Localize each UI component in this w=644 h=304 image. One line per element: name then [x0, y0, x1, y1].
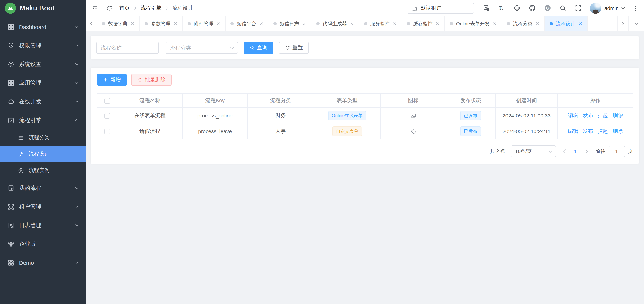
close-icon[interactable]: [216, 22, 220, 26]
close-icon[interactable]: [393, 22, 397, 26]
close-icon[interactable]: [174, 22, 178, 26]
username[interactable]: admin: [604, 5, 619, 11]
next-page-icon[interactable]: [584, 148, 589, 154]
tab-online-form-dev[interactable]: Online表单开发: [445, 16, 502, 31]
table-card: 新增 批量删除 流程名称: [90, 68, 639, 164]
sidebar-item-log-management[interactable]: 日志管理: [0, 216, 86, 234]
process-category-select[interactable]: [166, 42, 238, 54]
column-process-category: 流程分类: [248, 94, 314, 108]
close-icon[interactable]: [130, 22, 134, 26]
tab-process-category[interactable]: 流程分类: [502, 16, 544, 31]
globe-icon[interactable]: [514, 4, 520, 12]
tab-parameter-management[interactable]: 参数管理: [140, 16, 183, 31]
suspend-link[interactable]: 挂起: [598, 128, 608, 134]
tabs-dropdown[interactable]: [628, 16, 644, 31]
chevron-down-icon[interactable]: [621, 6, 625, 10]
tabs: 数据字典 参数管理 附件管理 短信平台 短信日志 代码生成器 服务监控 缓存监控…: [97, 16, 588, 31]
sidebar-item-online-dev[interactable]: 在线开发: [0, 92, 86, 111]
tabs-scroll-left[interactable]: [86, 16, 97, 31]
github-icon[interactable]: [529, 4, 536, 12]
tab-data-dictionary[interactable]: 数据字典: [97, 16, 140, 31]
close-icon[interactable]: [302, 22, 306, 26]
edit-link[interactable]: 编辑: [568, 128, 578, 134]
fullscreen-icon[interactable]: [575, 4, 582, 12]
tab-sms-log[interactable]: 短信日志: [268, 16, 311, 31]
column-process-key: 流程Key: [182, 94, 248, 108]
chevron-down-icon: [230, 45, 234, 50]
breadcrumb-home[interactable]: 首页: [119, 5, 130, 12]
user-avatar[interactable]: [590, 2, 601, 14]
close-icon[interactable]: [436, 22, 440, 26]
sidebar-item-tenant-management[interactable]: 租户管理: [0, 197, 86, 216]
chevron-down-icon: [74, 186, 79, 190]
search-icon[interactable]: [559, 4, 566, 12]
add-button[interactable]: 新增: [97, 74, 127, 86]
tab-code-generator[interactable]: 代码生成器: [311, 16, 359, 31]
font-size-icon[interactable]: Tt: [498, 4, 505, 12]
tab-dot: [316, 22, 320, 25]
tab-attachment-management[interactable]: 附件管理: [183, 16, 226, 31]
sidebar-item-my-workflow[interactable]: 我的流程: [0, 179, 86, 197]
delete-link[interactable]: 删除: [612, 112, 623, 118]
breadcrumb-workflow-engine[interactable]: 流程引擎: [140, 5, 162, 12]
tab-dot: [364, 22, 367, 25]
header-actions: 默认租户 Tt G admin: [408, 2, 639, 14]
edit-link[interactable]: 编辑: [568, 112, 578, 118]
delete-link[interactable]: 删除: [612, 128, 623, 134]
table-header-row: 流程名称 流程Key 流程分类 表单类型 图标 发布状态 创建时间 操作: [97, 94, 633, 108]
cell-process-key: process_leave: [182, 123, 248, 139]
sidebar-item-system-settings[interactable]: 系统设置: [0, 55, 86, 74]
tenant-select[interactable]: 默认租户: [408, 2, 474, 14]
search-button[interactable]: 查询: [244, 42, 273, 54]
row-checkbox[interactable]: [104, 113, 110, 118]
app-title: Maku Boot: [20, 4, 55, 12]
select-all-checkbox[interactable]: [104, 98, 110, 104]
translate-icon[interactable]: [483, 4, 490, 12]
publish-link[interactable]: 发布: [583, 112, 593, 118]
sidebar-item-dashboard[interactable]: Dashboard: [0, 18, 86, 36]
reset-button[interactable]: 重置: [279, 42, 309, 54]
shield-check-icon: [8, 42, 14, 49]
suspend-link[interactable]: 挂起: [598, 112, 608, 118]
chevron-up-icon: [74, 118, 79, 122]
sidebar-item-enterprise[interactable]: 企业版: [0, 234, 86, 253]
tab-process-design[interactable]: 流程设计: [544, 16, 588, 31]
sidebar-item-process-design[interactable]: 流程设计: [0, 146, 86, 162]
sidebar-item-demo[interactable]: Demo: [0, 253, 86, 272]
chevron-down-icon: [548, 149, 552, 154]
chevron-right-icon: [165, 6, 169, 10]
process-category-input[interactable]: [166, 42, 230, 53]
sidebar-item-workflow-engine[interactable]: 流程引擎: [0, 111, 86, 130]
gitee-icon[interactable]: G: [544, 4, 551, 12]
close-icon[interactable]: [535, 22, 540, 26]
sidebar-item-process-category[interactable]: 流程分类: [0, 130, 86, 146]
publish-link[interactable]: 发布: [583, 128, 593, 134]
app-logo[interactable]: Maku Boot: [0, 0, 86, 16]
tab-sms-platform[interactable]: 短信平台: [226, 16, 268, 31]
process-name-input[interactable]: [96, 42, 158, 53]
cell-process-category: 财务: [248, 108, 314, 123]
page-size-select[interactable]: 10条/页: [511, 146, 556, 158]
tab-service-monitor[interactable]: 服务监控: [359, 16, 402, 31]
column-form-type: 表单类型: [314, 94, 380, 108]
chevron-down-icon: [74, 62, 79, 66]
prev-page-icon[interactable]: [562, 148, 568, 154]
sidebar-item-permissions[interactable]: 权限管理: [0, 36, 86, 55]
sidebar-item-process-instance[interactable]: 流程实例: [0, 162, 86, 179]
row-checkbox[interactable]: [104, 129, 110, 134]
collapse-sidebar-icon[interactable]: [92, 5, 98, 12]
status-badge: 已发布: [460, 110, 481, 120]
close-icon[interactable]: [259, 22, 263, 26]
page-number-1[interactable]: 1: [573, 149, 578, 154]
batch-delete-button[interactable]: 批量删除: [131, 74, 172, 86]
tabs-scroll-right[interactable]: [617, 16, 628, 31]
more-settings-icon[interactable]: [633, 5, 639, 12]
sidebar-item-app-management[interactable]: 应用管理: [0, 74, 86, 92]
close-icon[interactable]: [492, 22, 496, 26]
tab-cache-monitor[interactable]: 缓存监控: [402, 16, 445, 31]
refresh-icon[interactable]: [106, 5, 112, 12]
goto-page-input[interactable]: [609, 146, 624, 157]
close-icon[interactable]: [350, 22, 354, 26]
tab-dot: [506, 22, 510, 25]
close-icon[interactable]: [578, 22, 582, 26]
